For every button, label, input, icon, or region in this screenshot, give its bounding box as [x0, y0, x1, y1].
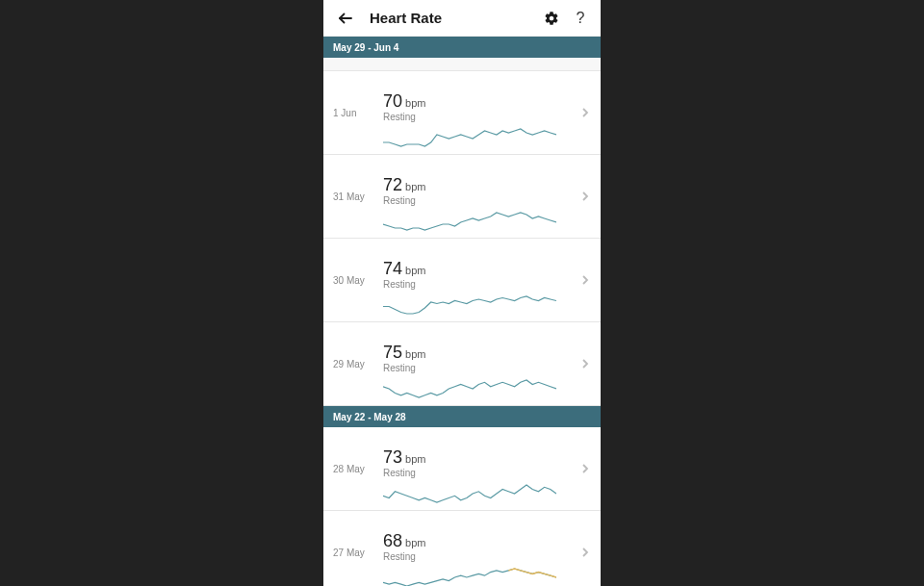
date-label: 28 May: [323, 464, 383, 474]
day-row[interactable]: 30 May 74 bpm Resting: [323, 239, 601, 322]
chevron-right-icon: [576, 463, 595, 474]
sparkline-chart: [383, 292, 556, 317]
date-label: 1 Jun: [323, 108, 383, 118]
day-row[interactable]: 31 May 72 bpm Resting: [323, 155, 601, 239]
bpm-unit: bpm: [405, 265, 425, 276]
bpm-unit: bpm: [405, 348, 425, 360]
spacer: [323, 58, 601, 71]
back-icon[interactable]: [335, 8, 356, 29]
app-screen: Heart Rate ? May 29 - Jun 4 1 Jun 70 bpm…: [323, 0, 601, 586]
day-content: 75 bpm Resting: [383, 327, 576, 400]
bpm-value: 68: [383, 531, 402, 551]
chevron-right-icon: [576, 547, 595, 558]
chevron-right-icon: [576, 274, 595, 286]
resting-label: Resting: [383, 279, 576, 290]
day-row[interactable]: 27 May 68 bpm Resting: [323, 511, 601, 586]
day-row[interactable]: 28 May 73 bpm Resting: [323, 427, 601, 511]
sparkline-chart: [383, 124, 556, 149]
app-header: Heart Rate ?: [323, 0, 601, 37]
sparkline-chart: [383, 480, 556, 505]
value-line: 70 bpm: [383, 91, 576, 112]
day-row[interactable]: 29 May 75 bpm Resting: [323, 322, 601, 406]
gear-icon[interactable]: [541, 8, 562, 29]
day-content: 74 bpm Resting: [383, 243, 576, 317]
bpm-value: 73: [383, 447, 402, 468]
resting-label: Resting: [383, 363, 576, 373]
sparkline-chart: [383, 564, 556, 586]
sparkline-chart: [383, 208, 556, 233]
date-label: 27 May: [323, 548, 383, 558]
chevron-right-icon: [576, 107, 595, 118]
bpm-unit: bpm: [405, 453, 425, 465]
bpm-unit: bpm: [405, 181, 425, 192]
day-content: 73 bpm Resting: [383, 432, 576, 505]
value-line: 74 bpm: [383, 259, 576, 279]
date-label: 30 May: [323, 275, 383, 286]
resting-label: Resting: [383, 112, 576, 122]
chevron-right-icon: [576, 191, 595, 202]
bpm-value: 72: [383, 175, 402, 195]
bpm-value: 75: [383, 343, 402, 363]
date-label: 29 May: [323, 359, 383, 369]
value-line: 72 bpm: [383, 175, 576, 195]
sparkline-chart: [383, 375, 556, 400]
help-icon[interactable]: ?: [570, 8, 591, 29]
value-line: 68 bpm: [383, 531, 576, 551]
resting-label: Resting: [383, 551, 576, 562]
day-content: 68 bpm Resting: [383, 516, 576, 586]
day-content: 70 bpm Resting: [383, 76, 576, 149]
bpm-unit: bpm: [405, 97, 425, 109]
week-header: May 29 - Jun 4: [323, 37, 601, 58]
scroll-content[interactable]: May 29 - Jun 4 1 Jun 70 bpm Resting 31 M…: [323, 37, 601, 586]
bpm-value: 70: [383, 91, 402, 112]
bpm-unit: bpm: [405, 537, 425, 548]
page-title: Heart Rate: [370, 10, 533, 26]
day-content: 72 bpm Resting: [383, 160, 576, 233]
resting-label: Resting: [383, 195, 576, 206]
chevron-right-icon: [576, 358, 595, 369]
date-label: 31 May: [323, 191, 383, 202]
resting-label: Resting: [383, 468, 576, 478]
day-row[interactable]: 1 Jun 70 bpm Resting: [323, 71, 601, 155]
value-line: 75 bpm: [383, 343, 576, 363]
value-line: 73 bpm: [383, 447, 576, 468]
bpm-value: 74: [383, 259, 402, 279]
week-header: May 22 - May 28: [323, 406, 601, 427]
